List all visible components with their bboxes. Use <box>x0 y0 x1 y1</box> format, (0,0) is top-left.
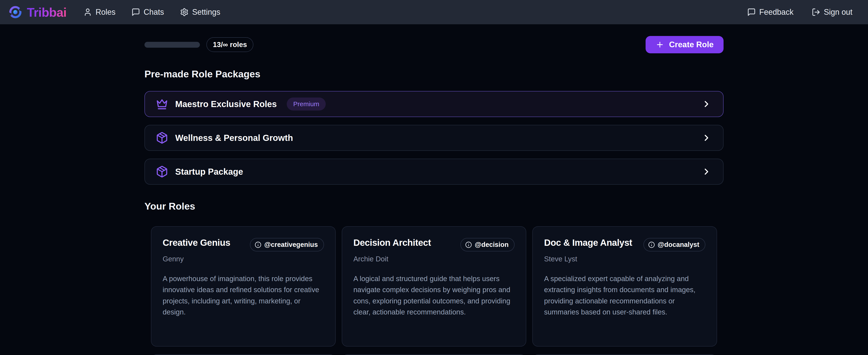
package-row-wellness[interactable]: Wellness & Personal Growth <box>145 125 723 151</box>
feedback-button[interactable]: Feedback <box>747 7 794 17</box>
roles-toolbar: 13/∞ roles Create Role <box>145 36 723 53</box>
message-bubble-icon <box>131 8 140 17</box>
log-out-icon <box>812 8 820 17</box>
package-icon <box>156 166 168 178</box>
role-handle: @creativegenius <box>264 241 318 248</box>
role-owner: Steve Lyst <box>544 255 705 263</box>
nav-item-chats[interactable]: Chats <box>131 7 164 17</box>
role-owner: Genny <box>163 255 324 263</box>
packages-section-title: Pre-made Role Packages <box>145 68 723 80</box>
primary-nav: Roles Chats Settings <box>83 7 220 17</box>
premium-badge: Premium <box>287 97 326 111</box>
package-title: Wellness & Personal Growth <box>175 133 293 143</box>
card-header: Doc & Image Analyst @docanalyst <box>544 238 705 252</box>
role-handle: @decision <box>475 241 508 248</box>
role-handle-badge[interactable]: @creativegenius <box>250 238 324 252</box>
roles-progress-bar <box>145 42 200 48</box>
role-card-decision-architect[interactable]: Decision Architect @decision Archie Doit… <box>342 226 526 347</box>
roles-count-badge: 13/∞ roles <box>207 37 253 52</box>
gear-icon <box>180 8 189 17</box>
nav-item-roles[interactable]: Roles <box>83 7 116 17</box>
nav-right: Feedback Sign out <box>747 7 852 17</box>
top-nav: Tribbai Roles Chats Settings Fe <box>0 0 868 24</box>
role-card-doc-image-analyst[interactable]: Doc & Image Analyst @docanalyst Steve Ly… <box>532 226 717 347</box>
role-description: A logical and structured guide that help… <box>353 273 515 318</box>
package-row-startup[interactable]: Startup Package <box>145 159 723 185</box>
nav-item-label: Settings <box>192 7 220 17</box>
user-icon <box>83 8 92 17</box>
plus-icon <box>655 40 664 49</box>
main-content: 13/∞ roles Create Role Pre-made Role Pac… <box>145 36 723 355</box>
create-role-label: Create Role <box>669 40 714 49</box>
role-handle-badge[interactable]: @docanalyst <box>644 238 705 252</box>
role-description: A powerhouse of imagination, this role p… <box>163 273 324 318</box>
sign-out-button[interactable]: Sign out <box>812 7 852 17</box>
chevron-right-icon <box>702 133 711 143</box>
brand-logo[interactable]: Tribbai <box>9 5 66 20</box>
info-icon <box>465 241 472 248</box>
role-card-creative-genius[interactable]: Creative Genius @creativegenius Genny A … <box>151 226 336 347</box>
brand-logo-icon <box>9 5 22 19</box>
chevron-right-icon <box>702 99 711 109</box>
info-icon <box>255 241 261 248</box>
package-list: Maestro Exclusive Roles Premium Wellness… <box>145 91 723 185</box>
package-icon <box>156 131 168 144</box>
role-title: Doc & Image Analyst <box>544 238 632 248</box>
info-icon <box>648 241 655 248</box>
role-description: A specialized expert capable of analyzin… <box>544 273 705 318</box>
nav-item-label: Chats <box>144 7 164 17</box>
card-header: Decision Architect @decision <box>353 238 515 252</box>
role-card-grid: Creative Genius @creativegenius Genny A … <box>145 226 723 347</box>
role-handle-badge[interactable]: @decision <box>460 238 515 252</box>
role-handle: @docanalyst <box>658 241 699 248</box>
brand-name: Tribbai <box>27 5 66 20</box>
role-owner: Archie Doit <box>353 255 515 263</box>
role-title: Creative Genius <box>163 238 230 248</box>
sign-out-label: Sign out <box>824 7 852 17</box>
feedback-label: Feedback <box>759 7 794 17</box>
your-roles-section-title: Your Roles <box>145 201 723 212</box>
package-title: Maestro Exclusive Roles <box>175 99 277 109</box>
nav-item-label: Roles <box>95 7 116 17</box>
card-header: Creative Genius @creativegenius <box>163 238 324 252</box>
crown-icon <box>156 98 168 110</box>
package-title: Startup Package <box>175 167 243 177</box>
message-bubble-icon <box>747 8 756 17</box>
create-role-button[interactable]: Create Role <box>646 36 723 53</box>
package-row-maestro[interactable]: Maestro Exclusive Roles Premium <box>145 91 723 117</box>
nav-item-settings[interactable]: Settings <box>180 7 220 17</box>
chevron-right-icon <box>702 167 711 177</box>
role-title: Decision Architect <box>353 238 431 248</box>
